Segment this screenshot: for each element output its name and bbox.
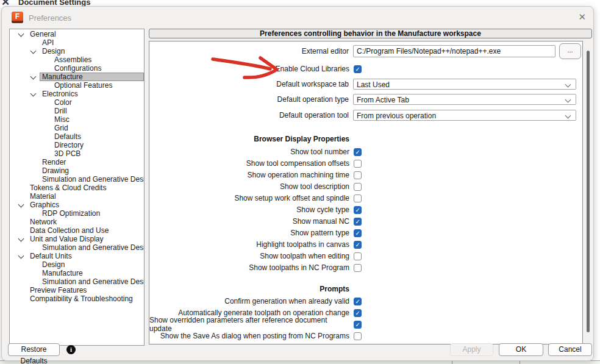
show-tool-description-label: Show tool description	[280, 182, 349, 191]
tree-item-preview-features-30[interactable]: Preview Features	[10, 286, 144, 294]
show-operation-machining-time-checkbox[interactable]	[354, 171, 362, 179]
chevron-down-icon	[565, 82, 571, 88]
chevron-down-icon[interactable]	[30, 74, 37, 80]
tree-item-label: Render	[42, 158, 66, 166]
tree-item-optional-features-6[interactable]: Optional Features	[10, 81, 144, 90]
tree-item-label: Network	[30, 218, 57, 226]
show-toolpath-when-editing-checkbox[interactable]	[354, 252, 362, 260]
tree-item-label: API	[42, 38, 54, 47]
chevron-down-icon[interactable]	[30, 91, 37, 97]
tree-item-tokens-cloud-credits-18[interactable]: Tokens & Cloud Credits	[10, 184, 144, 192]
external-editor-input[interactable]	[353, 45, 555, 57]
title-bar: F Preferences ✕	[2, 7, 593, 29]
show-tool-compensation-offsets-checkbox[interactable]	[354, 160, 362, 168]
tree-item-data-collection-and-use-23[interactable]: Data Collection and Use	[10, 226, 144, 235]
tree-item-general-0[interactable]: General	[10, 30, 144, 38]
tree-item-simulation-and-generative-design-29[interactable]: Simulation and Generative Design	[10, 277, 144, 286]
content-panel: External editor ... Enable Cloud Librari…	[149, 41, 583, 344]
tree-item-label: Assemblies	[54, 55, 91, 64]
show-cycle-type-checkbox[interactable]	[354, 206, 362, 214]
show-manual-nc-checkbox[interactable]	[354, 218, 362, 226]
preferences-dialog: F Preferences ✕ GeneralAPIDesignAssembli…	[1, 6, 594, 361]
tree-item-directory-13[interactable]: Directory	[10, 141, 144, 149]
show-pattern-type-label: Show pattern type	[290, 229, 349, 237]
show-overridden-parameters-after-reference-document-update-checkbox[interactable]	[354, 321, 362, 329]
default-workspace-tab-select[interactable]: Last Used	[353, 79, 576, 90]
chevron-down-icon[interactable]	[18, 202, 24, 208]
show-tool-number-label: Show tool number	[290, 148, 349, 156]
default-operation-type-value: From Active Tab	[357, 96, 409, 104]
tree-item-drill-9[interactable]: Drill	[10, 107, 144, 115]
show-manual-nc-label: Show manual NC	[293, 217, 349, 226]
chevron-down-icon[interactable]	[30, 48, 37, 54]
highlight-toolpaths-in-canvas-checkbox[interactable]	[354, 241, 362, 249]
tree-item-material-19[interactable]: Material	[10, 192, 144, 201]
default-operation-type-field: Default operation type From Active Tab	[149, 93, 576, 106]
tree-item-assemblies-3[interactable]: Assemblies	[10, 55, 144, 64]
screen: ✕ Document Settings F Preferences ✕ Gene…	[0, 0, 600, 364]
enable-cloud-libraries-checkbox[interactable]	[354, 65, 362, 73]
checkbox-row-show-tool-description: Show tool description	[149, 182, 362, 191]
tree-item-simulation-and-generative-design-25[interactable]: Simulation and Generative Design	[10, 243, 144, 252]
content-scrollbar-thumb[interactable]	[587, 51, 590, 332]
chevron-down-icon[interactable]	[18, 31, 24, 37]
chevron-down-icon[interactable]	[18, 253, 24, 259]
tree-item-configurations-4[interactable]: Configurations	[10, 64, 144, 73]
cancel-button[interactable]: Cancel	[548, 343, 592, 356]
default-operation-tool-select[interactable]: From previous operation	[353, 110, 576, 121]
tree-item-compatibility-troubleshooting-31[interactable]: Compatibility & Troubleshooting	[10, 294, 144, 303]
tree-item-grid-11[interactable]: Grid	[10, 124, 144, 132]
show-the-save-as-dialog-when-posting-from-nc-programs-checkbox[interactable]	[354, 332, 362, 340]
browse-button[interactable]: ...	[559, 43, 581, 59]
close-icon[interactable]: ✕	[578, 12, 586, 23]
tree-item-simulation-and-generative-design-17[interactable]: Simulation and Generative Design	[10, 175, 144, 184]
checkbox-row-confirm-generation-when-already-valid: Confirm generation when already valid	[149, 297, 362, 305]
default-operation-type-select[interactable]: From Active Tab	[353, 94, 576, 105]
tree-item-label: Grid	[54, 124, 68, 132]
tree-item-manufacture-28[interactable]: Manufacture	[10, 269, 144, 277]
checkbox-row-show-pattern-type: Show pattern type	[149, 229, 362, 237]
show-tool-number-checkbox[interactable]	[354, 148, 362, 156]
show-overridden-parameters-after-reference-document-update-label: Show overridden parameters after referen…	[149, 316, 349, 333]
tree-item-unit-and-value-display-24[interactable]: Unit and Value Display	[10, 235, 144, 243]
show-tool-description-checkbox[interactable]	[354, 183, 362, 191]
ok-button[interactable]: OK	[499, 343, 543, 356]
restore-defaults-button[interactable]: Restore Defaults	[8, 343, 60, 356]
tree-item-defaults-12[interactable]: Defaults	[10, 132, 144, 141]
info-icon[interactable]: i	[66, 345, 76, 354]
tree-item-rdp-optimization-21[interactable]: RDP Optimization	[10, 209, 144, 218]
tree-item-label: Simulation and Generative Design	[42, 243, 145, 252]
tree-item-manufacture-5[interactable]: Manufacture	[10, 73, 144, 81]
show-pattern-type-checkbox[interactable]	[354, 229, 362, 237]
tree-item-label: 3D PCB	[54, 149, 80, 158]
apply-button[interactable]: Apply	[450, 343, 493, 356]
show-setup-work-offset-and-spindle-label: Show setup work offset and spindle	[234, 194, 349, 202]
tree-item-design-27[interactable]: Design	[10, 260, 144, 269]
tree-item-electronics-7[interactable]: Electronics	[10, 90, 144, 98]
tree-item-default-units-26[interactable]: Default Units	[10, 252, 144, 260]
tree-item-label: Drawing	[42, 166, 69, 175]
tree-item-api-1[interactable]: API	[10, 38, 144, 47]
confirm-generation-when-already-valid-checkbox[interactable]	[354, 298, 362, 305]
tree-item-label: Configurations	[54, 64, 101, 73]
tree-item-render-15[interactable]: Render	[10, 158, 144, 166]
tree-item-label: Manufacture	[42, 269, 83, 277]
automatically-generate-toolpath-on-operation-change-checkbox[interactable]	[354, 309, 362, 317]
checkbox-row-show-tool-compensation-offsets: Show tool compensation offsets	[149, 159, 362, 168]
default-workspace-tab-value: Last Used	[357, 80, 390, 89]
tree-item-drawing-16[interactable]: Drawing	[10, 166, 144, 175]
chevron-down-icon[interactable]	[18, 236, 24, 242]
default-workspace-tab-label: Default workspace tab	[149, 80, 349, 88]
tree-item-misc-10[interactable]: Misc	[10, 115, 144, 124]
tree-item-network-22[interactable]: Network	[10, 218, 144, 226]
tree-item-label: Misc	[54, 115, 70, 124]
tree-item-label: Data Collection and Use	[30, 226, 109, 235]
tree-item-3d-pcb-14[interactable]: 3D PCB	[10, 149, 144, 158]
show-toolpaths-in-nc-program-checkbox[interactable]	[354, 264, 362, 272]
tree-item-color-8[interactable]: Color	[10, 98, 144, 107]
tree-item-label: RDP Optimization	[42, 209, 100, 218]
tree-item-design-2[interactable]: Design	[10, 47, 144, 55]
show-setup-work-offset-and-spindle-checkbox[interactable]	[354, 194, 362, 202]
tree-item-graphics-20[interactable]: Graphics	[10, 201, 144, 209]
enable-cloud-libraries-row: Enable Cloud Libraries	[149, 65, 362, 73]
